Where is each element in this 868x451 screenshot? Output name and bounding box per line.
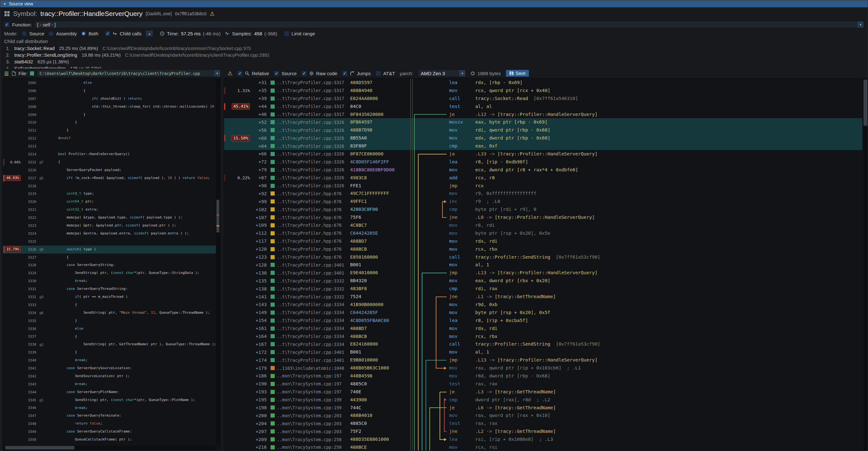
panel-splitter[interactable] [221, 78, 224, 451]
source-row[interactable]: 3349 case ServerQueryCallstackFrame: [3, 428, 216, 436]
source-row[interactable]: 3308 std::this_thread::sleep_for( std::c… [3, 103, 216, 111]
asm-row[interactable]: +107..t\TracyProfiler.hpp:67675F6jne.L0 … [224, 213, 862, 221]
radio-source[interactable] [22, 31, 27, 36]
asm-row[interactable]: +72..t\TracyProfiler.cpp:33264C8D05F146F… [224, 158, 862, 166]
assembly-vertical-scrollbar[interactable] [863, 78, 868, 451]
child-call-item[interactable]: 4.KeSynchronizeExecution125 μs (0.27%) [4, 65, 864, 68]
source-row[interactable]: 3337 { [3, 333, 216, 341]
asm-row[interactable]: +154..t\TracyProfiler.cpp:33344C8D055FBA… [224, 317, 862, 325]
source-row[interactable]: 46.93%3317@5 if( !m_sock->Read( &payload… [3, 174, 216, 182]
function-combo[interactable]: [ - self - ] ▾ [34, 21, 864, 28]
source-row[interactable]: 3345@1 SendString( ptr, (const char*)ptr… [3, 396, 216, 404]
radio-assembly[interactable] [49, 31, 54, 36]
source-row[interactable]: 3307 if( shouldExit ) return; [3, 95, 216, 103]
att-checkbox[interactable]: ✓ [376, 71, 381, 76]
source-row[interactable]: 3319 uint8_t type; [3, 190, 216, 198]
source-row[interactable]: 3320 uint64_t ptr; [3, 198, 216, 206]
relative-checkbox[interactable]: ✓ [237, 71, 243, 76]
asm-row[interactable]: +143..t\TracyProfiler.cpp:333441B90B0000… [224, 301, 862, 309]
raw-code-checkbox[interactable]: ✓ [302, 71, 307, 76]
relative-toggle[interactable]: ✓ Relative [237, 71, 269, 76]
asm-row[interactable]: 1.31%+35..t\TracyProfiler.cpp:3317488B49… [224, 87, 862, 95]
source-row[interactable]: 3316 ServerQueryPacket payload; [3, 166, 216, 174]
source-row[interactable]: 3350 QueueCallstackFrame( ptr ); [3, 436, 216, 444]
source-row[interactable]: 3336 else [3, 325, 216, 333]
source-row[interactable]: 3309 } [3, 111, 216, 119]
child-call-item[interactable]: 1.tracy::Socket::Read25.25 ms (54.89%)C:… [4, 45, 864, 52]
source-row[interactable]: 3344 case ServerQueryPlotName: [3, 388, 216, 396]
collapse-icon[interactable]: ▼ [3, 2, 6, 6]
asm-row[interactable]: +138..t\TracyProfiler.cpp:3332483BF8cmpr… [224, 285, 862, 293]
source-row[interactable]: 3328 case ServerQueryString: [3, 261, 216, 269]
asm-row[interactable]: +56..t\TracyProfiler.cpp:3326488B7D98mov… [224, 126, 862, 134]
source-row[interactable]: 3324 memcpy( &extra, &payload.extra, siz… [3, 230, 216, 238]
source-row[interactable]: 3321 uint32_t extra; [3, 206, 216, 214]
source-row[interactable]: 15.79%3326@9 switch( type ) [3, 246, 216, 253]
mode-radio-source[interactable]: Source [22, 31, 44, 36]
asm-row[interactable]: +31..t\TracyProfiler.cpp:3317488D5597lea… [224, 79, 862, 87]
limit-range-toggle[interactable]: ✓ Limit range [284, 31, 315, 36]
file-combo[interactable]: C:\Users\wolf\Desktop\darkrl\contrib\tra… [37, 70, 221, 77]
asm-row[interactable]: +149..t\TracyProfiler.cpp:3334C64424205F… [224, 309, 862, 317]
uarch-combo[interactable]: AMD Zen 3 ▾ [418, 70, 466, 77]
asm-row[interactable]: +172..t\TracyProfiler.cpp:3401B001moval,… [224, 348, 862, 356]
asm-row[interactable]: +64..t\TracyProfiler.cpp:332683F80Fcmpea… [224, 142, 862, 150]
asm-row[interactable]: +90..t\TracyProfiler.cpp:3326FFE1jmprcx [224, 182, 862, 190]
asm-row[interactable]: +207..mon\TracySystem.cpp:20375F2jne.L2 … [224, 427, 862, 435]
chevron-down-icon[interactable]: ▾ [214, 70, 220, 77]
asm-row[interactable]: +102..t\TracyProfiler.hpp:67642803C0F00c… [224, 205, 862, 213]
asm-row[interactable]: +164..t\TracyProfiler.cpp:3334488BCBmovr… [224, 332, 862, 340]
asm-row[interactable]: +130..t\TracyProfiler.cpp:3401E9E4010000… [224, 269, 862, 277]
asm-row[interactable]: +161..t\TracyProfiler.cpp:3334488BD7movr… [224, 325, 862, 332]
child-call-item[interactable]: 3.stat64i32625 μs (1.36%) [4, 58, 864, 65]
asm-row[interactable]: +186..mon\TracySystem.cpp:197448B4598mov… [224, 372, 862, 380]
asm-row[interactable]: +79..t\TracyProfiler.cpp:3326418B8C80E0B… [224, 166, 862, 174]
asm-row[interactable]: +66..t\TracyProfiler.cpp:33260F87CE06000… [224, 150, 862, 158]
source-row[interactable]: 3327 { [3, 253, 216, 262]
asm-row[interactable]: +123..t\TracyProfiler.hpp:676E850160000c… [224, 253, 862, 261]
asm-row[interactable]: +128..t\TracyProfiler.cpp:3401B001moval,… [224, 261, 862, 269]
source-row[interactable]: 3343 break; [3, 380, 216, 388]
source-row[interactable]: 3346 break; [3, 404, 216, 412]
asm-row[interactable]: +200..mon\TracySystem.cpp:203488B4010mov… [224, 412, 862, 419]
jumps-checkbox[interactable]: ✓ [342, 71, 348, 76]
source-row[interactable]: 3329 SendString( ptr, (const char*)ptr, … [3, 269, 216, 277]
source-row[interactable]: 3340 break; [3, 356, 216, 364]
source-row[interactable]: 3342 SendSourceLocation( ptr ); [3, 372, 216, 380]
scrollbar-thumb[interactable] [5, 446, 74, 449]
source-row[interactable]: 3313 [3, 142, 216, 150]
source-row[interactable]: 3311 } [3, 126, 216, 134]
save-button[interactable]: Save [506, 70, 529, 77]
asm-row[interactable]: +52..t\TracyProfiler.cpp:33260FB64597mov… [224, 118, 862, 126]
asm-row[interactable]: +120..t\TracyProfiler.hpp:676488BCBmovrc… [224, 245, 862, 253]
source-row[interactable]: 3310 } [3, 119, 216, 126]
asm-row[interactable]: +117..t\TracyProfiler.hpp:676488BD7movrd… [224, 237, 862, 245]
source-row[interactable]: 3318 [3, 182, 216, 190]
source-row[interactable]: 3333 { [3, 301, 216, 309]
source-row[interactable]: 3306 { [3, 87, 216, 95]
asm-row[interactable]: +92..t\TracyProfiler.hpp:67649C7C1FFFFFF… [224, 189, 862, 198]
scrollbar-thumb[interactable] [864, 80, 867, 126]
asm-row[interactable]: +190..mon\TracySystem.cpp:1974885C0testr… [224, 380, 862, 388]
limit-range-checkbox[interactable]: ✓ [284, 31, 289, 36]
child-calls-checkbox[interactable]: ✓ [105, 31, 111, 36]
asm-row[interactable]: +109..t\TracyProfiler.hpp:6764C8BC7movr8… [224, 221, 862, 229]
asm-row[interactable]: +112..t\TracyProfiler.hpp:676C64424205Em… [224, 229, 862, 237]
child-calls-toggle[interactable]: ✓ Child calls [105, 31, 141, 36]
function-checkbox[interactable]: ✓ [4, 22, 9, 27]
scrollbar-thumb[interactable] [216, 200, 219, 233]
asm-row[interactable]: +209..mon\TracySystem.cpp:258488D35E8861… [224, 435, 862, 443]
source-row[interactable]: 3332@3 if( ptr == m_mainThread ) [3, 293, 216, 301]
asm-row[interactable]: +167..t\TracyProfiler.cpp:3334E824160000… [224, 340, 862, 348]
source-row[interactable]: 3330 break; [3, 277, 216, 285]
asm-row[interactable]: +46..t\TracyProfiler.cpp:33170F843502000… [224, 111, 862, 119]
asm-row[interactable]: +174..t\TracyProfiler.cpp:3401E9B8010000… [224, 356, 862, 364]
asm-row[interactable]: +99..t\TracyProfiler.hpp:67649FFC1incr9 … [224, 198, 862, 205]
asm-row[interactable]: +216..mon\TracySystem.cpp:258488BCEmovrc… [224, 443, 862, 451]
source-row[interactable]: 3339 } [3, 349, 216, 356]
source-row[interactable]: 3331 case ServerQueryThreadString: [3, 285, 216, 293]
source-row[interactable]: 3312 #endif [3, 134, 216, 142]
asm-row[interactable]: +135..t\TracyProfiler.cpp:33328B4320move… [224, 277, 862, 285]
source-row[interactable]: 3335 } [3, 317, 216, 325]
source-row[interactable]: 3323 memcpy( &ptr, &payload.ptr, sizeof(… [3, 222, 216, 230]
